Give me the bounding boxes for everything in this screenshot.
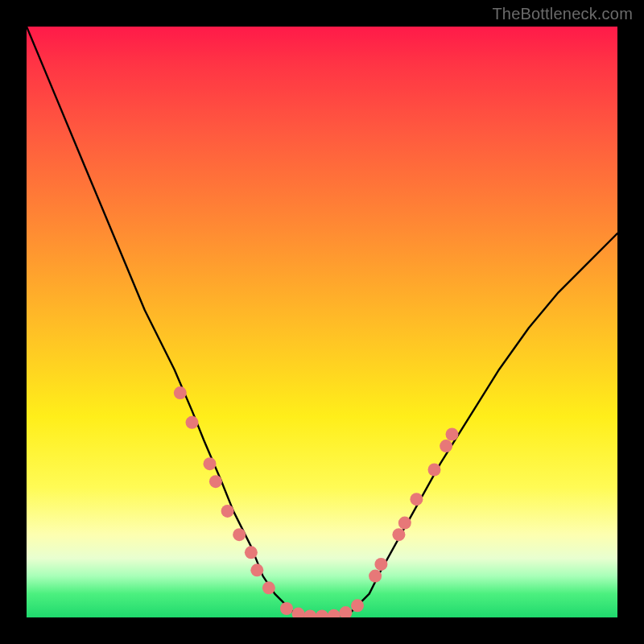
curve-marker bbox=[250, 564, 263, 576]
curve-marker bbox=[303, 610, 316, 618]
curve-markers bbox=[174, 386, 459, 617]
curve-marker bbox=[410, 493, 423, 506]
plot-area bbox=[27, 27, 617, 617]
curve-marker bbox=[316, 610, 328, 618]
curve-marker bbox=[428, 464, 441, 477]
curve-marker bbox=[209, 475, 222, 488]
curve-marker bbox=[186, 416, 199, 429]
curve-marker bbox=[440, 440, 452, 452]
curve-marker bbox=[221, 505, 234, 518]
curve-marker bbox=[446, 428, 459, 441]
curve-marker bbox=[245, 546, 258, 559]
curve-marker bbox=[369, 570, 382, 583]
curve-marker bbox=[262, 581, 275, 594]
curve-marker bbox=[292, 608, 305, 617]
chart-stage: TheBottleneck.com bbox=[0, 0, 644, 644]
curve-marker bbox=[392, 528, 405, 541]
curve-marker bbox=[398, 517, 411, 530]
curve-marker bbox=[204, 457, 217, 470]
curve-marker bbox=[351, 599, 364, 612]
curve-marker bbox=[280, 602, 293, 615]
curve-marker bbox=[233, 528, 246, 541]
watermark-text: TheBottleneck.com bbox=[492, 5, 633, 23]
curve-marker bbox=[374, 558, 387, 571]
curve-path bbox=[27, 27, 617, 617]
bottleneck-curve bbox=[27, 27, 617, 617]
curve-marker bbox=[174, 386, 187, 399]
curve-marker bbox=[339, 606, 352, 617]
curve-marker bbox=[328, 609, 341, 617]
chart-svg bbox=[27, 27, 617, 617]
